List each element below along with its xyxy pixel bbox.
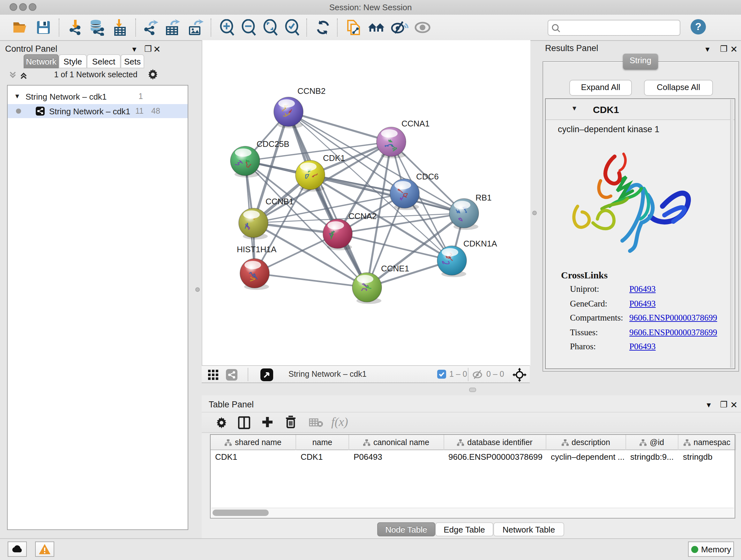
results-panel-close-icon[interactable]: ✕ [730,44,738,54]
control-tab-select[interactable]: Select [87,54,121,68]
crosslink-link[interactable]: 9606.ENSP00000378699 [629,327,717,337]
refresh-icon[interactable] [314,18,332,37]
open-session-icon[interactable] [11,18,29,37]
birds-eye-grid-icon[interactable] [208,370,218,382]
network-share-icon[interactable] [226,369,238,381]
table-panel-collapse-icon[interactable]: ▼ [705,401,712,409]
open-in-browser-icon[interactable] [260,368,273,381]
table-tab-edge-table[interactable]: Edge Table [435,522,493,537]
control-tab-sets[interactable]: Sets [121,54,144,68]
table-cell[interactable]: 9606.ENSP00000378699 [444,450,546,463]
table-tab-network-table[interactable]: Network Table [493,522,564,537]
edge-CCNA2-CDKN1A[interactable] [338,234,452,260]
memory-button[interactable]: Memory [688,542,734,557]
add-column-plus-icon[interactable] [262,416,273,430]
column-header-namespac[interactable]: namespac [678,435,736,450]
zoom-in-icon[interactable] [218,18,236,37]
results-panel-float-icon[interactable]: ❐ [720,44,727,54]
export-table-icon[interactable] [163,18,181,37]
results-panel-title: Results Panel [545,44,598,53]
node-CCNE1[interactable]: CCNE1 [352,264,409,304]
table-cell[interactable]: cyclin–dependent ... [546,450,626,463]
control-tab-style[interactable]: Style [59,54,87,68]
table-panel-float-icon[interactable]: ❐ [720,400,727,409]
table-cell[interactable]: CDK1 [211,450,296,463]
column-header-description[interactable]: description [546,435,626,450]
control-panel-close-icon[interactable]: ✕ [153,44,160,54]
node-HIST1H1A[interactable]: HIST1H1A [237,245,277,290]
network-options-gear-icon[interactable] [147,69,158,82]
crosslink-link[interactable]: 9606.ENSP00000378699 [629,313,717,323]
toolbar-separator [59,18,59,37]
collapse-all-button[interactable]: Collapse All [644,80,713,96]
table-cell[interactable]: stringdb [678,450,736,463]
node-table[interactable]: shared namenamecanonical namedatabase id… [210,434,735,518]
help-button[interactable]: ? [690,19,706,35]
cdk1-section-header[interactable]: ▼ CDK1 [546,99,735,120]
import-network-file-icon[interactable] [66,18,84,37]
table-cell[interactable]: stringdb:9... [626,450,678,463]
cloud-status-button[interactable] [8,542,27,557]
node-label-CCNA1: CCNA1 [401,119,429,128]
column-header-canonical-name[interactable]: canonical name [349,435,444,450]
node-RB1[interactable]: RB1 [449,193,492,230]
string-results-tab[interactable]: String [623,54,658,70]
import-network-database-icon[interactable] [88,18,106,37]
zoom-out-icon[interactable] [240,18,258,37]
results-scrollbar[interactable] [730,100,733,368]
crosslink-link[interactable]: P06493 [629,284,656,294]
save-session-icon[interactable] [35,18,52,37]
table-tab-node-table[interactable]: Node Table [377,522,435,537]
delete-column-trash-icon[interactable] [285,416,296,431]
control-panel-collapse-icon[interactable]: ▼ [131,45,138,53]
column-header-@id[interactable]: @id [626,435,678,450]
network-canvas[interactable]: CCNB2CCNA1CDC25BCDK1CDC6RB1CCNB1CCNA2CDK… [202,40,530,365]
table-settings-gear-icon[interactable] [216,417,227,431]
results-panel-collapse-icon[interactable]: ▼ [704,45,711,53]
search-box[interactable] [548,20,680,36]
export-image-icon[interactable] [186,18,204,37]
edge-CCNB2-CCNE1[interactable] [288,112,367,287]
copy-document-icon[interactable] [345,18,362,37]
network-graph[interactable]: CCNB2CCNA1CDC25BCDK1CDC6RB1CCNB1CCNA2CDK… [202,40,530,365]
column-header-database-identifier[interactable]: database identifier [444,435,546,450]
control-panel-float-icon[interactable]: ❐ [144,44,151,54]
zoom-selected-icon[interactable] [283,18,301,37]
protein-description: cyclin–dependent kinase 1 [558,125,659,134]
hidden-eye-slash-icon[interactable] [472,370,483,382]
edge-CCNB2-CCNA1[interactable] [288,112,391,142]
crosslink-link[interactable]: P06493 [629,341,656,352]
hide-annotations-icon[interactable] [391,18,408,37]
network-collection-row[interactable]: ▼ String Network – cdk1 1 [8,90,188,104]
zoom-fit-icon[interactable] [262,18,280,37]
selected-checkbox-icon[interactable] [437,370,446,379]
control-tab-network[interactable]: Network [23,54,59,68]
expand-all-button[interactable]: Expand All [569,80,632,96]
column-header-shared-name[interactable]: shared name [211,435,296,450]
table-cell[interactable]: P06493 [349,450,444,463]
column-header-name[interactable]: name [296,435,349,450]
pan-crosshair-icon[interactable] [513,368,527,384]
right-splitter-handle[interactable] [532,211,537,215]
main-toolbar: ? [0,15,741,41]
warning-status-button[interactable] [35,542,54,557]
section-collapse-icon[interactable]: ▼ [571,105,578,112]
table-cell[interactable]: CDK1 [296,450,349,463]
show-eye-icon[interactable] [414,18,431,37]
tree-expand-icon[interactable]: ▼ [14,92,20,100]
export-network-icon[interactable] [142,18,159,37]
crosslink-label: Pharos: [570,341,596,351]
edge-HIST1H1A-CCNE1[interactable] [255,273,367,287]
network-row-selected[interactable]: String Network – cdk1 11 48 [8,104,188,118]
import-table-icon[interactable] [111,18,129,37]
show-columns-icon[interactable] [238,416,250,432]
horizontal-splitter-handle[interactable] [469,388,476,392]
table-panel-close-icon[interactable]: ✕ [730,400,738,410]
home-networks-icon[interactable] [367,18,386,37]
scrollbar-thumb[interactable] [212,509,269,516]
node-CDKN1A[interactable]: CDKN1A [437,239,497,277]
table-horizontal-scrollbar[interactable] [211,508,734,517]
crosslink-link[interactable]: P06493 [629,299,656,309]
search-input[interactable] [563,23,680,33]
left-splitter-handle[interactable] [195,287,200,292]
